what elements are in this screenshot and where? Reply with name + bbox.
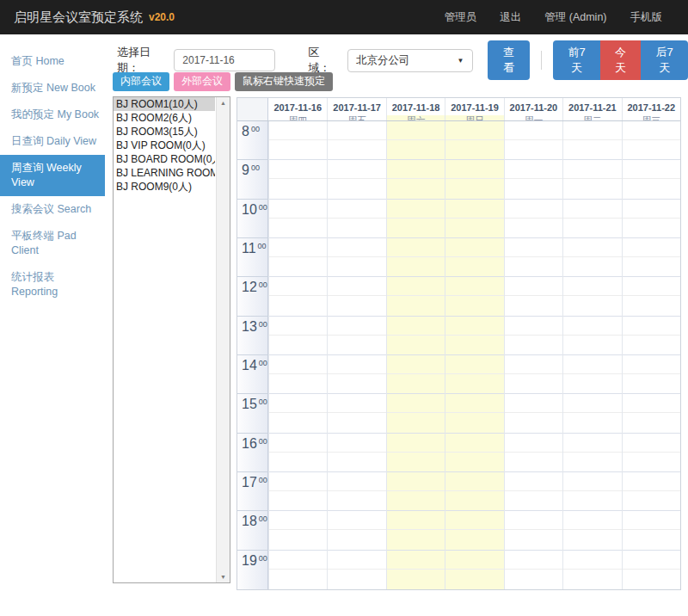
calendar-cell[interactable] <box>505 121 562 160</box>
calendar-cell[interactable] <box>623 200 680 238</box>
calendar-cell[interactable] <box>505 317 562 355</box>
sidebar-item[interactable]: 统计报表 Reporting <box>0 264 105 305</box>
calendar-cell[interactable] <box>269 472 327 511</box>
room-listbox[interactable]: BJ ROOM1(10人)BJ ROOM2(6人)BJ ROOM3(15人)BJ… <box>113 96 230 583</box>
sidebar-item[interactable]: 日查询 Daily View <box>0 128 105 155</box>
room-item[interactable]: BJ BOARD ROOM(0人) <box>114 152 215 166</box>
calendar-cell[interactable] <box>623 160 680 199</box>
calendar-cell[interactable] <box>445 160 503 199</box>
sidebar-item[interactable]: 平板终端 Pad Client <box>0 223 105 264</box>
calendar-cell[interactable] <box>387 121 445 160</box>
scroll-down-icon[interactable]: ▼ <box>217 574 230 580</box>
room-item[interactable]: BJ ROOM2(6人) <box>114 111 215 125</box>
sidebar-item[interactable]: 首页 Home <box>0 48 105 75</box>
calendar-cell[interactable] <box>563 551 621 589</box>
calendar-cell[interactable] <box>623 277 680 316</box>
header-link[interactable]: 管理 (Admin) <box>544 10 606 25</box>
calendar-cell[interactable] <box>505 277 562 316</box>
sidebar-item[interactable]: 我的预定 My Book <box>0 102 105 128</box>
room-item[interactable]: BJ ROOM3(15人) <box>114 125 215 139</box>
calendar-cell[interactable] <box>387 355 445 394</box>
room-item[interactable]: BJ ROOM1(10人) <box>114 97 215 111</box>
calendar-cell[interactable] <box>387 317 445 355</box>
calendar-cell[interactable] <box>328 277 385 316</box>
calendar-cell[interactable] <box>328 238 385 277</box>
calendar-cell[interactable] <box>563 317 621 355</box>
calendar-cell[interactable] <box>387 472 445 511</box>
calendar-cell[interactable] <box>505 434 562 472</box>
calendar-cell[interactable] <box>563 355 621 394</box>
prev-7-days-button[interactable]: 前7天 <box>553 40 600 80</box>
listbox-scrollbar[interactable]: ▲ ▼ <box>216 97 230 582</box>
calendar-cell[interactable] <box>387 511 445 550</box>
calendar-cell[interactable] <box>328 551 385 589</box>
calendar-cell[interactable] <box>563 200 621 238</box>
scroll-up-icon[interactable]: ▲ <box>217 100 230 106</box>
room-item[interactable]: BJ VIP ROOM(0人) <box>114 139 215 152</box>
calendar-cell[interactable] <box>387 277 445 316</box>
calendar-cell[interactable] <box>563 121 621 160</box>
calendar-cell[interactable] <box>563 238 621 277</box>
calendar-cell[interactable] <box>505 394 562 433</box>
calendar-cell[interactable] <box>387 200 445 238</box>
calendar-cell[interactable] <box>445 394 503 433</box>
calendar-cell[interactable] <box>505 511 562 550</box>
view-button[interactable]: 查看 <box>488 40 531 80</box>
sidebar-item[interactable]: 周查询 Weekly View <box>0 155 105 196</box>
next-7-days-button[interactable]: 后7天 <box>641 40 688 80</box>
header-link[interactable]: 退出 <box>500 10 521 25</box>
calendar-cell[interactable] <box>445 317 503 355</box>
calendar-cell[interactable] <box>623 121 680 160</box>
calendar-cell[interactable] <box>387 160 445 199</box>
calendar-cell[interactable] <box>623 434 680 472</box>
calendar-cell[interactable] <box>445 200 503 238</box>
room-item[interactable]: BJ ROOM9(0人) <box>114 180 215 194</box>
calendar-cell[interactable] <box>623 238 680 277</box>
calendar-cell[interactable] <box>269 121 327 160</box>
calendar-cell[interactable] <box>328 434 385 472</box>
sidebar-item[interactable]: 新预定 New Book <box>0 75 105 102</box>
calendar-cell[interactable] <box>563 394 621 433</box>
calendar-cell[interactable] <box>623 551 680 589</box>
calendar-cell[interactable] <box>328 511 385 550</box>
calendar-cell[interactable] <box>269 434 327 472</box>
calendar-cell[interactable] <box>387 394 445 433</box>
calendar-cell[interactable] <box>387 238 445 277</box>
calendar-cell[interactable] <box>269 160 327 199</box>
calendar-cell[interactable] <box>623 511 680 550</box>
calendar-cell[interactable] <box>269 238 327 277</box>
calendar-cell[interactable] <box>505 200 562 238</box>
calendar-cell[interactable] <box>328 472 385 511</box>
calendar-cell[interactable] <box>445 434 503 472</box>
calendar-cell[interactable] <box>445 277 503 316</box>
header-link[interactable]: 管理员 <box>445 10 477 25</box>
calendar-cell[interactable] <box>269 551 327 589</box>
calendar-cell[interactable] <box>445 238 503 277</box>
today-button[interactable]: 今天 <box>600 40 642 80</box>
calendar-cell[interactable] <box>563 511 621 550</box>
calendar-cell[interactable] <box>328 160 385 199</box>
calendar-cell[interactable] <box>563 472 621 511</box>
calendar-cell[interactable] <box>269 394 327 433</box>
room-item[interactable]: BJ LEARNING ROOM(0人) <box>114 166 215 180</box>
calendar-cell[interactable] <box>505 238 562 277</box>
calendar-cell[interactable] <box>328 121 385 160</box>
sidebar-item[interactable]: 搜索会议 Search <box>0 196 105 223</box>
header-link[interactable]: 手机版 <box>630 10 663 25</box>
calendar-cell[interactable] <box>445 511 503 550</box>
calendar-cell[interactable] <box>445 355 503 394</box>
calendar-cell[interactable] <box>269 355 327 394</box>
calendar-cell[interactable] <box>328 394 385 433</box>
calendar-cell[interactable] <box>505 551 562 589</box>
calendar-cell[interactable] <box>328 355 385 394</box>
calendar-cell[interactable] <box>623 317 680 355</box>
calendar-cell[interactable] <box>269 317 327 355</box>
calendar-cell[interactable] <box>623 355 680 394</box>
calendar-cell[interactable] <box>328 200 385 238</box>
date-input[interactable] <box>174 49 275 71</box>
calendar-cell[interactable] <box>269 511 327 550</box>
calendar-cell[interactable] <box>563 160 621 199</box>
calendar-cell[interactable] <box>563 277 621 316</box>
calendar-cell[interactable] <box>445 472 503 511</box>
calendar-cell[interactable] <box>505 160 562 199</box>
